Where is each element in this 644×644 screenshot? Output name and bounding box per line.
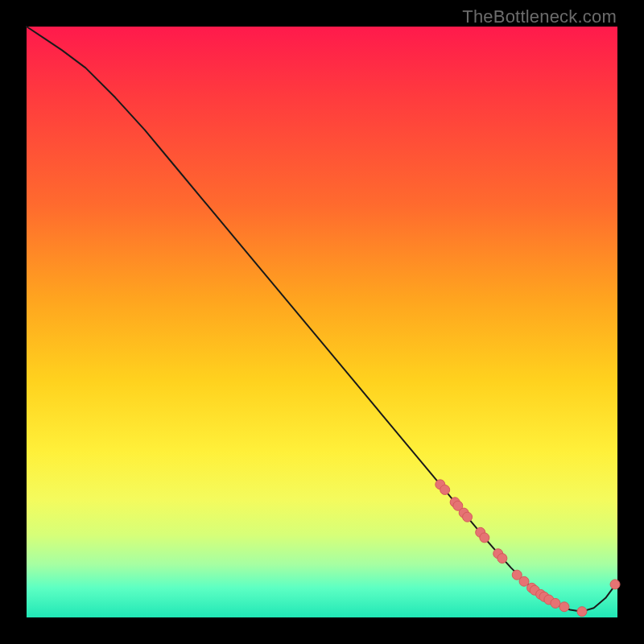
marker-point [497,554,507,564]
marker-point [551,598,560,608]
bottleneck-curve-path [27,27,617,612]
chart-frame: TheBottleneck.com [0,0,644,644]
watermark-text: TheBottleneck.com [462,6,617,27]
marker-point [610,580,620,589]
marker-point [519,576,529,586]
plot-area [27,27,617,617]
marker-point [480,533,489,543]
marker-point [577,607,587,617]
curve-svg [27,27,617,617]
marker-point [463,512,473,522]
marker-group [436,480,620,617]
marker-point [440,485,450,494]
marker-point [559,602,569,612]
